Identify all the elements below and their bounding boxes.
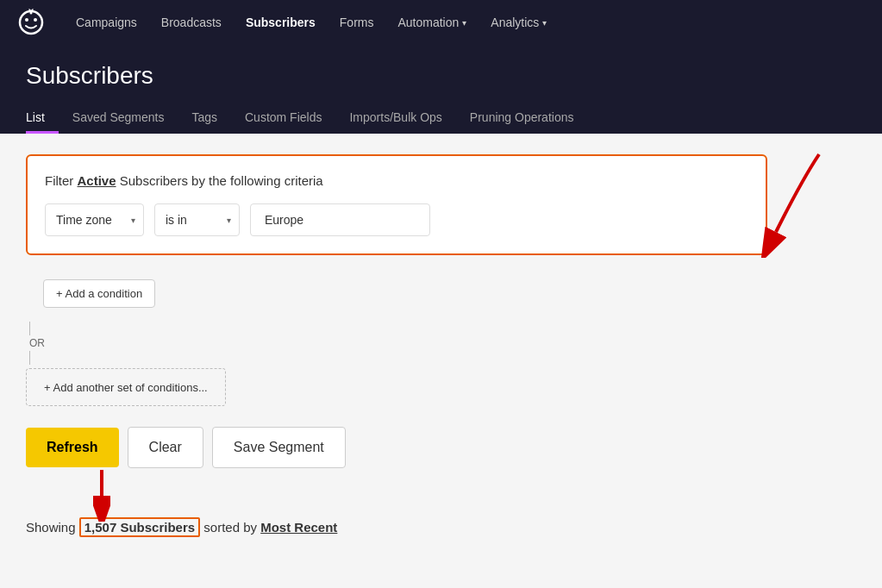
field-select[interactable]: Time zone Email First Name Country [45, 203, 144, 236]
clear-button[interactable]: Clear [128, 427, 203, 468]
tab-list[interactable]: List [26, 103, 59, 134]
svg-point-0 [20, 11, 42, 34]
add-condition-section: + Add a condition [26, 269, 767, 318]
nav-analytics[interactable]: Analytics ▾ [480, 10, 557, 34]
nav-campaigns[interactable]: Campaigns [66, 10, 147, 34]
operator-select[interactable]: is in is not in equals contains [154, 203, 240, 236]
tab-pruning-operations[interactable]: Pruning Operations [456, 103, 588, 134]
add-set-section: + Add another set of conditions... [26, 368, 767, 406]
filter-row: Time zone Email First Name Country ▾ is … [45, 203, 748, 236]
result-section: Showing 1,507 Subscribers sorted by Most… [26, 520, 767, 535]
showing-result: Showing 1,507 Subscribers sorted by Most… [26, 517, 337, 537]
automation-chevron-icon: ▾ [462, 18, 466, 28]
page-title: Subscribers [26, 62, 856, 90]
nav-forms[interactable]: Forms [329, 10, 385, 34]
nav-links: Campaigns Broadcasts Subscribers Forms A… [66, 10, 557, 34]
page-header: Subscribers List Saved Segments Tags Cus… [0, 45, 882, 134]
tab-saved-segments[interactable]: Saved Segments [59, 103, 178, 134]
main-content: Filter Active Subscribers by the followi… [0, 134, 882, 588]
page-tabs: List Saved Segments Tags Custom Fields I… [26, 103, 856, 134]
analytics-chevron-icon: ▾ [542, 18, 547, 28]
sort-link[interactable]: Most Recent [260, 520, 337, 535]
tab-custom-fields[interactable]: Custom Fields [231, 103, 335, 134]
filter-box: Filter Active Subscribers by the followi… [26, 154, 767, 255]
refresh-button[interactable]: Refresh [26, 428, 119, 467]
filter-value-input[interactable] [250, 203, 430, 236]
nav-broadcasts[interactable]: Broadcasts [151, 10, 232, 34]
tab-tags[interactable]: Tags [178, 103, 231, 134]
add-condition-button[interactable]: + Add a condition [43, 279, 155, 308]
tab-imports-bulk-ops[interactable]: Imports/Bulk Ops [335, 103, 455, 134]
svg-point-1 [25, 18, 28, 22]
filter-title: Filter Active Subscribers by the followi… [45, 173, 748, 188]
action-buttons: Refresh Clear Save Segment [26, 427, 767, 468]
add-set-container: + Add another set of conditions... [26, 368, 226, 406]
svg-point-3 [30, 12, 33, 15]
red-arrow-2 [93, 470, 110, 522]
svg-point-2 [34, 18, 37, 22]
or-vertical-line [29, 322, 30, 335]
field-select-wrapper[interactable]: Time zone Email First Name Country ▾ [45, 203, 144, 236]
save-segment-button[interactable]: Save Segment [212, 427, 346, 468]
app-logo[interactable] [17, 9, 45, 36]
filter-status: Active [78, 173, 116, 188]
nav-automation[interactable]: Automation ▾ [387, 10, 477, 34]
nav-subscribers[interactable]: Subscribers [235, 10, 326, 34]
showing-prefix: Showing [26, 520, 76, 535]
or-label: OR [29, 335, 45, 351]
add-set-button[interactable]: + Add another set of conditions... [44, 381, 208, 394]
navbar: Campaigns Broadcasts Subscribers Forms A… [0, 0, 882, 45]
sorted-by-prefix: sorted by [203, 520, 257, 535]
action-section: Refresh Clear Save Segment [26, 427, 767, 468]
or-connector: OR [26, 322, 767, 365]
operator-select-wrapper[interactable]: is in is not in equals contains ▾ [154, 203, 240, 236]
filter-section-wrapper: Filter Active Subscribers by the followi… [26, 154, 767, 535]
or-vertical-line-2 [29, 351, 30, 365]
subscribers-count: 1,507 Subscribers [79, 517, 200, 537]
